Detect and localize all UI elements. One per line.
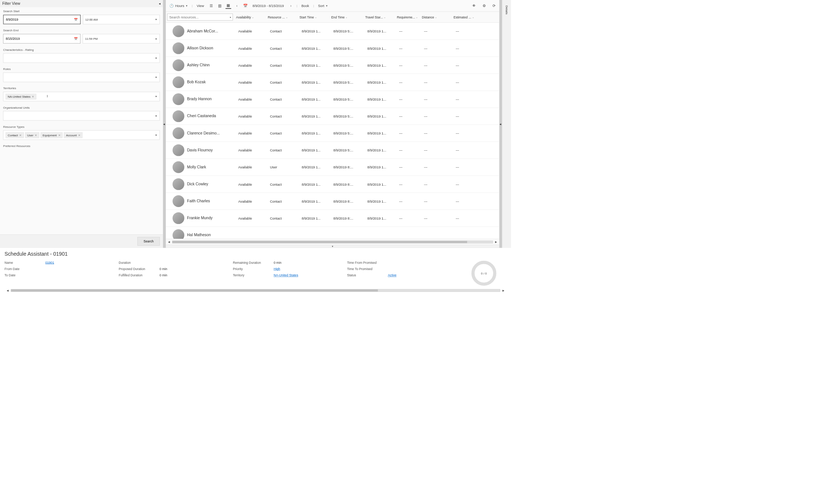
- footer-link[interactable]: NA-United States: [274, 273, 298, 277]
- table-row[interactable]: Allison DicksonAvailableContact8/9/2019 …: [166, 40, 499, 57]
- table-row[interactable]: Clarence Desimo...AvailableContact8/9/20…: [166, 125, 499, 141]
- scroll-track[interactable]: [11, 289, 500, 292]
- grid-view-icon[interactable]: ▦: [225, 3, 231, 9]
- search-end-date-input[interactable]: [6, 37, 74, 41]
- column-header[interactable]: Distance⌄: [420, 15, 452, 19]
- calendar-icon[interactable]: 📅: [74, 18, 78, 21]
- calendar-icon[interactable]: 📅: [74, 37, 78, 41]
- search-end-time[interactable]: 11:59 PM ▼: [83, 34, 159, 43]
- field-label: Territory: [233, 273, 274, 277]
- territory-tag[interactable]: NA-United States ✕: [6, 94, 36, 99]
- cell-travel-start: 8/9/2019 1...: [365, 97, 397, 101]
- footer-field: Remaining Duration0 min: [233, 261, 340, 265]
- table-row[interactable]: Frankie MundyAvailableContact8/9/2019 1.…: [166, 210, 499, 227]
- roles-label: Roles: [3, 67, 160, 71]
- cell-end-time: 8/9/2019 5:...: [331, 131, 365, 135]
- grid-horizontal-scrollbar[interactable]: ◀ ▶: [166, 239, 499, 245]
- search-start-date-input[interactable]: [6, 18, 74, 21]
- calendar-icon[interactable]: 📅: [242, 3, 248, 9]
- remove-tag-icon[interactable]: ✕: [32, 95, 34, 98]
- characteristics-dropdown[interactable]: ▼: [3, 53, 160, 63]
- progress-donut: 0 / 0: [461, 261, 506, 286]
- table-row[interactable]: Hal Matheson: [166, 227, 499, 239]
- footer-link[interactable]: High: [274, 267, 280, 271]
- remove-tag-icon[interactable]: ✕: [35, 133, 37, 137]
- column-header[interactable]: End Time⌄: [329, 15, 363, 19]
- scroll-thumb[interactable]: [11, 289, 378, 291]
- cell-travel-start: 8/9/2019 1...: [365, 148, 397, 152]
- table-row[interactable]: Molly ClarkAvailableUser8/9/2019 1...8/9…: [166, 159, 499, 176]
- hours-dropdown[interactable]: 🕐 Hours ▼: [168, 3, 189, 9]
- table-row[interactable]: Bob KozakAvailableContact8/9/2019 1...8/…: [166, 74, 499, 91]
- column-header[interactable]: Resource ...⌄: [266, 15, 298, 19]
- horizontal-splitter[interactable]: ▼: [166, 245, 499, 248]
- details-rail-label: Details: [505, 6, 508, 14]
- footer-link[interactable]: 01901: [45, 261, 54, 265]
- scroll-thumb[interactable]: [172, 241, 467, 243]
- scroll-right-icon[interactable]: ▶: [502, 289, 505, 292]
- next-period-icon[interactable]: ›: [288, 3, 294, 9]
- table-row[interactable]: Abraham McCor...AvailableContact8/9/2019…: [166, 23, 499, 40]
- resource-search-input[interactable]: [169, 15, 229, 19]
- territories-dropdown[interactable]: NA-United States ✕ I ▼: [3, 92, 160, 101]
- cell-travel-start: 8/9/2019 1...: [365, 80, 397, 84]
- column-header[interactable]: Estimated ...⌄: [452, 15, 479, 19]
- list-view-icon[interactable]: ☰: [208, 3, 214, 9]
- org-units-dropdown[interactable]: ▼: [3, 111, 160, 120]
- table-row[interactable]: Brady HannonAvailableContact8/9/2019 1..…: [166, 91, 499, 108]
- eye-icon[interactable]: 👁: [471, 3, 477, 9]
- sort-dropdown[interactable]: Sort ▼: [317, 3, 329, 8]
- footer-link[interactable]: Active: [388, 273, 396, 277]
- remove-tag-icon[interactable]: ✕: [78, 133, 81, 137]
- search-start-date[interactable]: 📅: [3, 15, 81, 24]
- separator: |: [192, 4, 193, 7]
- chevron-down-icon[interactable]: ▾: [230, 16, 231, 18]
- column-header[interactable]: Start Time⌄: [298, 15, 329, 19]
- details-rail[interactable]: Details: [502, 0, 511, 248]
- resource-type-tag[interactable]: Contact✕: [6, 132, 24, 138]
- column-header[interactable]: Travel Star...⌄: [363, 15, 395, 19]
- characteristics-label: Characteristics - Rating: [3, 48, 160, 51]
- filter-body: Search Start 📅 12:00 AM ▼ Search End: [0, 7, 163, 235]
- column-label: Travel Star...: [365, 15, 383, 19]
- collapse-filter-icon[interactable]: ◀: [159, 2, 161, 5]
- resource-search[interactable]: ▾: [167, 14, 233, 21]
- cell-availability: Available: [236, 199, 268, 203]
- resource-types-dropdown[interactable]: Contact✕User✕Equipment✕Account✕ ▼: [3, 130, 160, 140]
- column-header[interactable]: Requireme...⌄: [395, 15, 420, 19]
- scroll-right-icon[interactable]: ▶: [494, 240, 498, 244]
- table-row[interactable]: Cheri CastanedaAvailableContact8/9/2019 …: [166, 108, 499, 125]
- prev-period-icon[interactable]: ‹: [234, 3, 240, 9]
- table-row[interactable]: Faith CharlesAvailableContact8/9/2019 1.…: [166, 193, 499, 210]
- resource-type-tag[interactable]: Account✕: [64, 132, 83, 138]
- gear-icon[interactable]: ⚙: [481, 3, 487, 9]
- cell-start-time: 8/9/2019 1...: [299, 114, 331, 118]
- scroll-left-icon[interactable]: ◀: [6, 289, 10, 292]
- column-view-icon[interactable]: ▥: [217, 3, 222, 9]
- footer-horizontal-scrollbar[interactable]: ◀ ▶: [4, 288, 506, 293]
- resource-type-tag[interactable]: Equipment✕: [41, 132, 63, 138]
- cell-resource-type: Contact: [268, 131, 299, 135]
- search-button[interactable]: Search: [137, 237, 159, 245]
- search-start-time[interactable]: 12:00 AM ▼: [83, 15, 160, 24]
- search-end-date[interactable]: 📅: [3, 34, 80, 43]
- remove-tag-icon[interactable]: ✕: [58, 133, 61, 137]
- footer-field: Fulfilled Duration0 min: [119, 273, 226, 277]
- table-row[interactable]: Ashley ChinnAvailableContact8/9/2019 1..…: [166, 57, 499, 74]
- column-header[interactable]: Availability⌄: [234, 15, 266, 19]
- resource-type-tag[interactable]: User✕: [25, 132, 39, 138]
- grid-header: ▾ Availability⌄Resource ...⌄Start Time⌄E…: [166, 12, 499, 23]
- panel-splitter[interactable]: ◀: [163, 0, 166, 248]
- roles-dropdown[interactable]: ▼: [3, 73, 160, 82]
- remove-tag-icon[interactable]: ✕: [19, 133, 22, 137]
- scroll-left-icon[interactable]: ◀: [167, 240, 171, 244]
- details-splitter[interactable]: ◀: [499, 0, 502, 248]
- grid-body[interactable]: Abraham McCor...AvailableContact8/9/2019…: [166, 23, 499, 239]
- table-row[interactable]: Dick CowleyAvailableContact8/9/2019 1...…: [166, 176, 499, 193]
- scroll-track[interactable]: [172, 241, 493, 243]
- table-row[interactable]: Davis FlournoyAvailableContact8/9/2019 1…: [166, 141, 499, 158]
- refresh-icon[interactable]: ⟳: [491, 3, 497, 9]
- cell-distance: ---: [422, 46, 453, 50]
- cell-start-time: 8/9/2019 1...: [299, 46, 331, 50]
- book-button[interactable]: Book: [300, 3, 311, 8]
